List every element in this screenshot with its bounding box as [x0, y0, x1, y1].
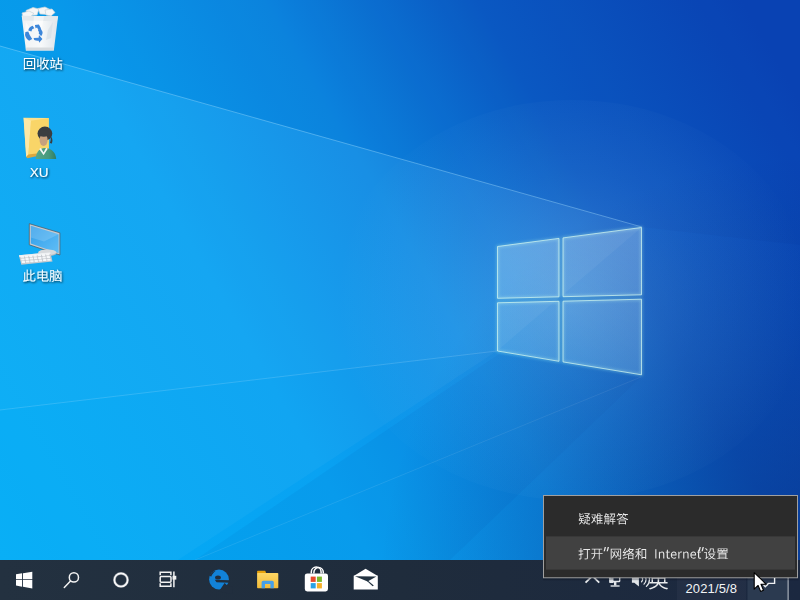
svg-text:2021/5/8: 2021/5/8	[686, 581, 738, 596]
svg-text:XU: XU	[30, 165, 49, 180]
